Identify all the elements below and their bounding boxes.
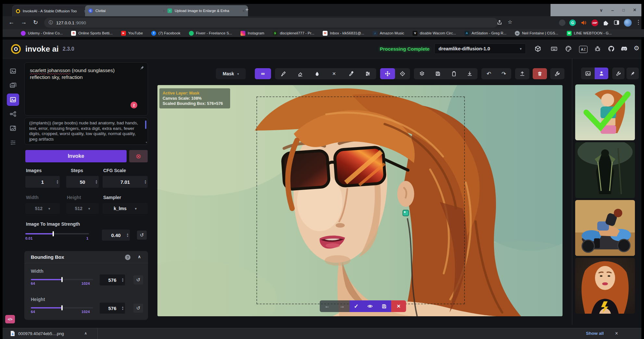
canvas-settings-icon[interactable] (550, 68, 564, 79)
clear-canvas-button[interactable] (533, 68, 547, 79)
back-icon[interactable]: ← (8, 19, 14, 26)
share-icon[interactable] (497, 19, 502, 25)
volume-extension-icon[interactable] (580, 19, 587, 26)
theme-palette-icon[interactable] (565, 45, 572, 52)
site-info-icon[interactable]: ⓘ (49, 20, 53, 26)
gallery-pin-icon[interactable] (626, 68, 639, 79)
extension-icon[interactable] (559, 19, 565, 26)
reload-icon[interactable]: ↻ (33, 19, 38, 26)
settings-gear-icon[interactable]: ⚙ (634, 44, 639, 52)
tab-unified-canvas[interactable] (7, 94, 19, 106)
gallery-thumbnail[interactable] (575, 200, 635, 256)
eraser-tool-icon[interactable] (292, 68, 309, 79)
address-bar[interactable]: ⓘ 127.0.0.1 :9090 (44, 18, 498, 28)
brush-options-icon[interactable] (359, 68, 376, 79)
github-icon[interactable] (608, 45, 615, 52)
strength-reset-button[interactable]: ↺ (137, 231, 147, 240)
scrollbar-thumb[interactable] (145, 120, 146, 129)
minimize-window-icon[interactable]: – (611, 7, 614, 13)
images-input[interactable]: 1▴▾ (25, 176, 60, 188)
grammarly-extension-icon[interactable]: G (569, 19, 576, 26)
browser-tab-civitai[interactable]: C Civitai × (85, 5, 169, 16)
discord-icon[interactable] (621, 45, 628, 52)
browser-tab-upload-image[interactable]: ↑ Upload Image to Enlarge & Enha × (164, 5, 248, 16)
redo-icon[interactable]: ↷ (496, 68, 511, 79)
bookmark-item[interactable]: ∞Neil Fontaine | CGS... (515, 31, 558, 36)
tab-nodes[interactable] (7, 108, 19, 120)
width-select[interactable]: 512▾ (25, 203, 60, 214)
bookmark-item[interactable]: Vdisable Wacom Circ... (413, 31, 456, 36)
bookmark-item[interactable]: ♪Amazon Music (373, 31, 404, 36)
bbox-height-slider[interactable] (31, 307, 93, 308)
pin-icon[interactable] (140, 65, 144, 70)
new-tab-button[interactable]: + (245, 6, 249, 13)
side-panel-icon[interactable] (613, 19, 620, 26)
bookmark-item[interactable]: Udemy - Online Co... (21, 31, 63, 36)
close-tab-icon[interactable]: × (242, 8, 245, 13)
canvas-image[interactable]: Active Layer: Mask Canvas Scale: 108% Sc… (157, 85, 563, 316)
download-image-icon[interactable] (462, 68, 477, 79)
download-filename[interactable]: 000979.40d74eb5....png (18, 331, 64, 336)
invoke-button[interactable]: Invoke (25, 150, 127, 162)
bookmark-item[interactable]: MInbox - klk56831@... (323, 31, 364, 36)
bbox-width-slider[interactable] (31, 279, 93, 280)
hotkeys-keyboard-icon[interactable] (551, 45, 558, 52)
copy-to-clipboard-icon[interactable] (446, 68, 462, 79)
bookmark-item[interactable]: discipleneil777 - Pr... (273, 31, 314, 36)
brush-tool-icon[interactable] (275, 68, 292, 79)
upload-image-button[interactable] (515, 68, 529, 79)
fill-bounding-box-icon[interactable] (309, 68, 326, 79)
bookmark-item[interactable]: Instagram (241, 31, 264, 36)
gallery-thumbnail-current[interactable] (575, 84, 635, 140)
bbox-width-input[interactable]: 576▴▾ (100, 274, 125, 285)
sampler-select[interactable]: k_lms▾ (103, 203, 148, 214)
slider-handle[interactable] (61, 277, 63, 282)
gallery-settings-icon[interactable] (612, 68, 625, 79)
slider-handle[interactable] (61, 305, 63, 310)
tab-search-icon[interactable]: ∨ (600, 8, 603, 13)
report-bug-icon[interactable] (594, 45, 601, 52)
model-manager-icon[interactable] (534, 45, 541, 52)
gallery-user-icon[interactable] (595, 68, 608, 79)
strength-input[interactable]: 0.40▴▾ (102, 230, 130, 241)
tab-image-to-image[interactable] (7, 79, 19, 92)
bookmark-item[interactable]: AArtStation - Greg R... (464, 31, 506, 36)
layer-select[interactable]: Mask ▾ (216, 68, 246, 79)
close-shelf-icon[interactable]: × (615, 331, 618, 336)
enable-mask-button[interactable]: ∞ (255, 68, 271, 79)
undo-icon[interactable]: ↶ (481, 68, 496, 79)
bookmark-star-icon[interactable]: ☆ (508, 19, 512, 25)
collapse-icon[interactable]: ∧ (138, 254, 141, 259)
adblock-extension-icon[interactable]: ABP (591, 19, 598, 26)
profile-avatar[interactable] (624, 19, 632, 27)
console-toggle-button[interactable]: </> (5, 315, 15, 323)
move-tool-icon[interactable] (380, 68, 395, 79)
color-picker-icon[interactable] (342, 68, 359, 79)
bookmark-item[interactable]: WLINE WEBTOON - G... (567, 31, 612, 36)
bbox-width-reset-button[interactable]: ↺ (133, 275, 143, 284)
browser-tab-invokeai[interactable]: InvokeAI - A Stable Diffusion Too × (12, 5, 90, 17)
prompt-input[interactable]: scarlett johansson (round sunglasses) re… (24, 62, 148, 116)
bounding-box-header[interactable]: Bounding Box ? ∧ (24, 251, 148, 263)
show-hide-image-button[interactable] (367, 303, 373, 309)
forward-icon[interactable]: → (21, 19, 27, 26)
bookmark-item[interactable]: BOnline Sports Betti... (71, 31, 112, 36)
language-icon[interactable]: AZ (579, 46, 588, 53)
bbox-height-input[interactable]: 576▴▾ (100, 303, 125, 314)
reset-view-icon[interactable] (395, 68, 410, 79)
canvas-bounding-box[interactable] (256, 96, 465, 304)
extensions-puzzle-icon[interactable] (602, 19, 609, 26)
slider-handle[interactable] (53, 231, 54, 236)
gallery-thumbnail[interactable] (575, 142, 635, 198)
previous-image-button[interactable]: ← (325, 303, 330, 309)
tab-text-to-image[interactable] (7, 65, 19, 77)
help-icon[interactable]: ? (125, 255, 130, 260)
discard-image-button[interactable]: × (391, 300, 406, 312)
tab-training[interactable] (7, 136, 19, 149)
merge-visible-icon[interactable] (414, 68, 430, 79)
save-to-gallery-icon[interactable] (430, 68, 446, 79)
save-staged-image-button[interactable] (381, 304, 387, 309)
cfg-input[interactable]: 7.01▴▾ (103, 176, 148, 188)
gallery-thumbnail[interactable] (575, 258, 635, 314)
bookmark-item[interactable]: ▶YouTube (121, 31, 143, 36)
